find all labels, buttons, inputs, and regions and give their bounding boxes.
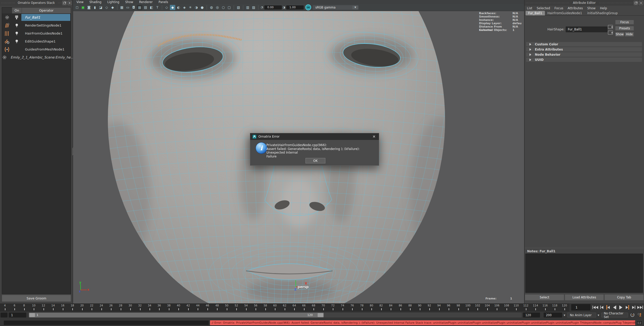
operator-row[interactable]: GuidesFromMeshNode1 [2, 45, 71, 53]
motion-blur-icon[interactable]: ▢ [227, 5, 232, 10]
panel-layout-alt-icon[interactable]: ▨ [251, 5, 256, 10]
command-line-result[interactable]: // Error: Ornatrix: Private\HairFromGuid… [210, 320, 635, 325]
dialog-titlebar[interactable]: Ornatrix Error ✕ [250, 133, 379, 140]
operator-name[interactable]: RenderSettingsNode1 [21, 22, 70, 29]
viewport-menu-lighting[interactable]: Lighting [107, 0, 119, 4]
ae-menu-show[interactable]: Show [587, 6, 596, 10]
pan-zoom-icon[interactable]: ◇ [104, 5, 109, 10]
show-button[interactable]: Show [615, 32, 624, 37]
exposure-icon[interactable]: ◔ [261, 6, 263, 9]
operator-name[interactable]: HairFromGuidesNode1 [21, 30, 70, 37]
focus-button[interactable]: Focus [615, 20, 634, 24]
panel-splitter-grip[interactable] [72, 148, 74, 156]
playback-end-field[interactable]: 120 [523, 313, 540, 317]
section-custom-color[interactable]: Custom Color [526, 42, 642, 46]
select-button[interactable]: Select [525, 294, 564, 300]
gamma-select[interactable]: sRGB gamma▼ [313, 5, 359, 10]
operator-name[interactable]: Emily_2_1_Alembic_Scene:Emily_he... [7, 54, 74, 61]
close-icon[interactable]: ✕ [369, 133, 379, 140]
hide-button[interactable]: Hide [625, 32, 634, 37]
ornatrix-panel-titlebar[interactable]: Ornatrix Operators Stack × [0, 0, 73, 6]
float-icon[interactable] [62, 1, 67, 5]
shaded-icon[interactable]: ◆ [170, 5, 175, 10]
xray-joints-icon[interactable]: ◎ [215, 5, 220, 10]
go-to-start-icon[interactable] [592, 304, 598, 311]
time-slider[interactable]: 4681012141618202224262830323436384042444… [0, 304, 569, 311]
close-icon[interactable]: × [639, 1, 643, 5]
contrast-field[interactable]: 1.00 [286, 5, 304, 10]
fur-ball-toggle-icon[interactable] [12, 15, 21, 19]
tab-hairfromguidesnode1[interactable]: HairFromGuidesNode1 [545, 11, 585, 15]
lightbulb-icon[interactable] [12, 39, 21, 44]
connect-output-icon[interactable] [608, 31, 613, 35]
sync-playback-icon[interactable] [630, 312, 635, 318]
range-end-handle[interactable] [318, 313, 323, 317]
operator-name[interactable]: GuidesFromMeshNode1 [21, 46, 70, 53]
operator-row[interactable]: EditGuidesShape1 [2, 37, 71, 45]
grid-icon[interactable]: ▦ [119, 5, 125, 10]
character-set-select[interactable]: No Character Set [601, 313, 628, 317]
lightbulb-icon[interactable] [12, 31, 21, 36]
xray-icon[interactable]: ◍ [209, 5, 214, 10]
copy-tab-button[interactable]: Copy Tab [604, 294, 644, 300]
current-frame-field[interactable]: 1 [571, 304, 590, 311]
step-forward-icon[interactable] [631, 304, 637, 311]
camera-attributes-icon[interactable]: ◙ [86, 5, 92, 10]
image-plane-icon[interactable]: ◪ [98, 5, 103, 10]
safe-action-icon[interactable]: ◧ [149, 5, 154, 10]
ae-menu-focus[interactable]: Focus [554, 6, 563, 10]
isolate-select-icon[interactable]: ▧ [236, 5, 241, 10]
go-to-end-icon[interactable] [637, 304, 643, 311]
material-icon[interactable]: ◈ [182, 5, 187, 10]
range-slider[interactable]: 1 120 [29, 313, 522, 317]
operator-row[interactable]: Fur_Ball1 [2, 13, 71, 21]
next-key-icon[interactable] [624, 304, 630, 311]
range-start-handle[interactable] [29, 313, 35, 317]
hairshape-name-field[interactable]: Fur_Ball1 [566, 27, 607, 32]
viewport-menu-panels[interactable]: Panels [159, 0, 168, 4]
safe-title-icon[interactable]: T [155, 5, 160, 10]
grease-pencil-icon[interactable]: ◆ [110, 5, 115, 10]
step-back-icon[interactable] [599, 304, 605, 311]
play-backwards-icon[interactable] [612, 304, 618, 311]
viewport-menu-view[interactable]: View [76, 0, 83, 4]
chevron-down-icon[interactable]: ▼ [598, 314, 599, 316]
chevron-down-icon[interactable]: ▼ [352, 6, 358, 9]
section-extra-attributes[interactable]: Extra Attributes [526, 47, 642, 52]
operator-row[interactable]: RenderSettingsNode1 [2, 21, 71, 29]
ae-menu-attributes[interactable]: Attributes [568, 6, 583, 10]
attribute-editor-titlebar[interactable]: Attribute Editor × [525, 0, 644, 6]
command-line-input[interactable] [4, 320, 209, 325]
playback-start-field[interactable]: 1 [9, 313, 26, 317]
connect-input-icon[interactable] [608, 25, 613, 29]
playback-range-bar[interactable] [29, 313, 324, 317]
operator-name[interactable]: Fur_Ball1 [21, 14, 70, 21]
shaded-textured-icon[interactable]: ◐ [176, 5, 181, 10]
operator-row[interactable]: HairFromGuidesNode1 [2, 29, 71, 37]
lightbulb-icon[interactable] [12, 23, 21, 28]
field-chart-icon[interactable]: ▤ [143, 5, 148, 10]
resolution-gate-icon[interactable]: ◘ [131, 5, 136, 10]
ae-menu-list[interactable]: List [527, 6, 532, 10]
auto-keyframe-icon[interactable] [637, 312, 642, 318]
prev-key-icon[interactable] [605, 304, 611, 311]
default-lighting-icon[interactable]: ◑ [194, 5, 199, 10]
gate-mask-icon[interactable]: ▩ [137, 5, 142, 10]
film-gate-icon[interactable]: ▭ [125, 5, 130, 10]
shadows-icon[interactable]: ● [199, 5, 205, 10]
viewport-menu-renderer[interactable]: Renderer [139, 0, 153, 4]
section-node-behavior[interactable]: Node Behavior [526, 52, 642, 57]
animation-start-field[interactable] [1, 313, 7, 317]
camera-icon[interactable]: ◻ [74, 5, 80, 10]
presets-button[interactable]: Presets [615, 26, 634, 31]
viewport-menu-shading[interactable]: Shading [89, 0, 101, 4]
ok-button[interactable]: OK [306, 158, 325, 163]
anim-layer-select[interactable]: No Anim Layer [567, 313, 596, 317]
operator-name[interactable]: EditGuidesShape1 [21, 38, 70, 45]
contrast-icon[interactable]: ◑ [283, 6, 285, 9]
use-all-lights-icon[interactable]: ✳ [188, 5, 193, 10]
operator-row[interactable]: Emily_2_1_Alembic_Scene:Emily_he... [2, 53, 71, 61]
viewport-menu-show[interactable]: Show [125, 0, 133, 4]
ae-menu-help[interactable]: Help [600, 6, 607, 10]
close-icon[interactable]: × [67, 1, 72, 5]
